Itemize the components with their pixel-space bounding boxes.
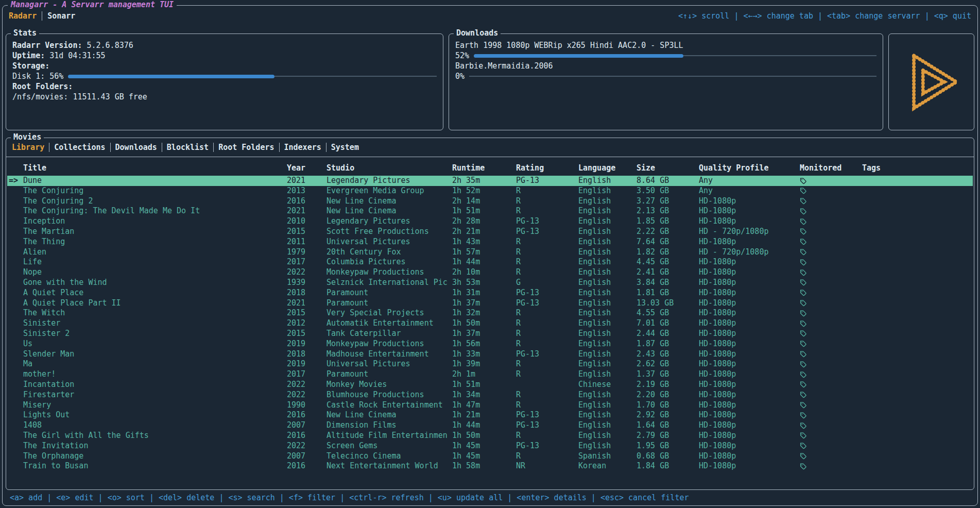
movie-size: 1.64 GB <box>637 420 699 431</box>
movie-row[interactable]: Incantation 2022 Monkey Movies 1h 51m Ch… <box>7 380 973 390</box>
downloads-panel-title: Downloads <box>454 28 501 38</box>
disk-usage-gauge <box>68 75 437 78</box>
movie-year: 2019 <box>287 339 326 349</box>
movie-row[interactable]: The Conjuring: The Devil Made Me Do It 2… <box>7 206 973 216</box>
movie-row[interactable]: Slender Man 2018 Madhouse Entertainment … <box>7 349 973 360</box>
download-progress-gauge <box>469 75 876 78</box>
disk-usage-line: Disk 1: 56% <box>12 71 437 81</box>
movie-monitored <box>800 461 862 471</box>
movie-studio: Madhouse Entertainment <box>326 349 452 360</box>
movie-language: English <box>578 176 637 186</box>
movie-row[interactable]: Inception 2010 Legendary Pictures 2h 28m… <box>7 216 973 227</box>
tab-collections[interactable]: Collections <box>54 143 105 152</box>
movie-year: 2007 <box>287 451 326 462</box>
column-header-tags: Tags <box>862 163 973 173</box>
movie-runtime: 1h 50m <box>452 431 516 441</box>
movie-studio: New Line Cinema <box>326 206 452 216</box>
movie-runtime: 1h 44m <box>452 420 516 431</box>
movie-title: Misery <box>23 400 287 411</box>
movie-row[interactable]: The Conjuring 2 2016 New Line Cinema 2h … <box>7 196 973 207</box>
movie-runtime: 1h 37m <box>452 298 516 309</box>
movie-monitored <box>800 329 862 339</box>
movie-row[interactable]: Sinister 2012 Automatik Entertainment 1h… <box>7 318 973 329</box>
movie-row[interactable]: Us 2019 Monkeypaw Productions 1h 56m R E… <box>7 339 973 349</box>
movie-monitored <box>800 176 862 186</box>
app-title: Managarr - A Servarr management TUI <box>8 0 177 9</box>
movie-rating: R <box>516 369 578 380</box>
movie-row[interactable]: The Girl with All the Gifts 2016 Altitud… <box>7 431 973 441</box>
download-item-name: Barbie.Mermaidia.2006 <box>455 61 876 71</box>
movie-rating: R <box>516 196 578 207</box>
movie-row[interactable]: 1408 2007 Dimension Films 1h 44m PG-13 E… <box>7 420 973 431</box>
movie-row[interactable]: Gone with the Wind 1939 Selznick Interna… <box>7 278 973 288</box>
movie-row[interactable]: Firestarter 2022 Blumhouse Productions 1… <box>7 390 973 400</box>
movie-year: 1979 <box>287 247 326 258</box>
movie-row[interactable]: A Quiet Place 2018 Paramount 1h 31m PG-1… <box>7 288 973 298</box>
movie-quality-profile: HD-1080p <box>699 431 800 441</box>
movie-quality-profile: HD-1080p <box>699 237 800 247</box>
movie-year: 2022 <box>287 441 326 451</box>
movie-row[interactable]: Lights Out 2016 New Line Cinema 1h 21m P… <box>7 410 973 420</box>
uptime-value: 31d 04:31:55 <box>49 51 105 60</box>
movie-row[interactable]: The Thing 2011 Universal Pictures 1h 43m… <box>7 237 973 247</box>
top-keybinds: <↑↓> scroll | <←→> change tab | <tab> ch… <box>678 11 971 21</box>
movie-size: 0.68 GB <box>637 451 699 462</box>
movie-row[interactable]: Train to Busan 2016 Next Entertainment W… <box>7 461 973 471</box>
movie-runtime: 2h 10m <box>452 267 516 278</box>
movie-studio: Screen Gems <box>326 441 452 451</box>
movie-rating: R <box>516 308 578 318</box>
movie-language: English <box>578 288 637 298</box>
movie-size: 3.27 GB <box>637 196 699 207</box>
movie-quality-profile: HD-1080p <box>699 390 800 400</box>
movie-runtime: 1h 51m <box>452 380 516 390</box>
tab-root-folders[interactable]: Root Folders <box>218 143 274 152</box>
movie-row[interactable]: mother! 2017 Paramount 2h 1m R English 1… <box>7 369 973 380</box>
movie-row[interactable]: Ma 2019 Universal Pictures 1h 39m R Engl… <box>7 359 973 369</box>
movie-quality-profile: HD-1080p <box>699 288 800 298</box>
tab-sonarr[interactable]: Sonarr <box>47 11 75 21</box>
movie-row[interactable]: The Invitation 2022 Screen Gems 1h 45m P… <box>7 441 973 451</box>
movie-quality-profile: HD-1080p <box>699 308 800 318</box>
movie-title: A Quiet Place Part II <box>23 298 287 309</box>
movie-year: 2016 <box>287 410 326 420</box>
movie-monitored <box>800 410 862 420</box>
movie-title: mother! <box>23 369 287 380</box>
movie-row[interactable]: Alien 1979 20th Century Fox 1h 57m R Eng… <box>7 247 973 258</box>
movie-runtime: 1h 44m <box>452 257 516 267</box>
movie-row[interactable]: Life 2017 Columbia Pictures 1h 44m R Eng… <box>7 257 973 267</box>
tab-downloads[interactable]: Downloads <box>115 143 157 152</box>
movie-studio: Altitude Film Entertainmen <box>326 431 452 441</box>
monitored-tag-icon <box>800 279 806 286</box>
movie-row[interactable]: The Conjuring 2013 Evergreen Media Group… <box>7 186 973 196</box>
movie-rating: R <box>516 257 578 267</box>
movie-rating: R <box>516 390 578 400</box>
tab-library[interactable]: Library <box>12 143 44 152</box>
tab-indexers[interactable]: Indexers <box>284 143 321 152</box>
column-header-runtime: Runtime <box>452 163 516 173</box>
movie-language: English <box>578 267 637 278</box>
movie-row[interactable]: The Martian 2015 Scott Free Productions … <box>7 227 973 237</box>
movie-row[interactable]: The Orphanage 2007 Telecinco Cinema 1h 4… <box>7 451 973 462</box>
movie-row[interactable]: The Witch 2015 Very Special Projects 1h … <box>7 308 973 318</box>
movie-runtime: 1h 52m <box>452 186 516 196</box>
tab-radarr[interactable]: Radarr <box>9 11 37 21</box>
movie-rating: PG-13 <box>516 349 578 360</box>
movie-row[interactable]: A Quiet Place Part II 2021 Paramount 1h … <box>7 298 973 309</box>
monitored-tag-icon <box>800 340 806 347</box>
movie-studio: Next Entertainment World <box>326 461 452 471</box>
download-percent: 0% <box>455 72 465 81</box>
movie-studio: Paramount <box>326 288 452 298</box>
movie-quality-profile: HD-1080p <box>699 196 800 207</box>
movie-size: 1.82 GB <box>637 247 699 258</box>
column-header-studio: Studio <box>326 163 452 173</box>
movie-row[interactable]: => Dune 2021 Legendary Pictures 2h 35m P… <box>7 176 973 186</box>
movie-row[interactable]: Nope 2022 Monkeypaw Productions 2h 10m R… <box>7 267 973 278</box>
movie-row[interactable]: Misery 1990 Castle Rock Entertainment 1h… <box>7 400 973 411</box>
movie-year: 2015 <box>287 227 326 237</box>
movie-row[interactable]: Sinister 2 2015 Tank Caterpillar 1h 37m … <box>7 329 973 339</box>
tab-system[interactable]: System <box>331 143 359 152</box>
movie-title: 1408 <box>23 420 287 431</box>
tab-blocklist[interactable]: Blocklist <box>167 143 209 152</box>
movie-size: 1.87 GB <box>637 339 699 349</box>
movie-monitored <box>800 420 862 431</box>
